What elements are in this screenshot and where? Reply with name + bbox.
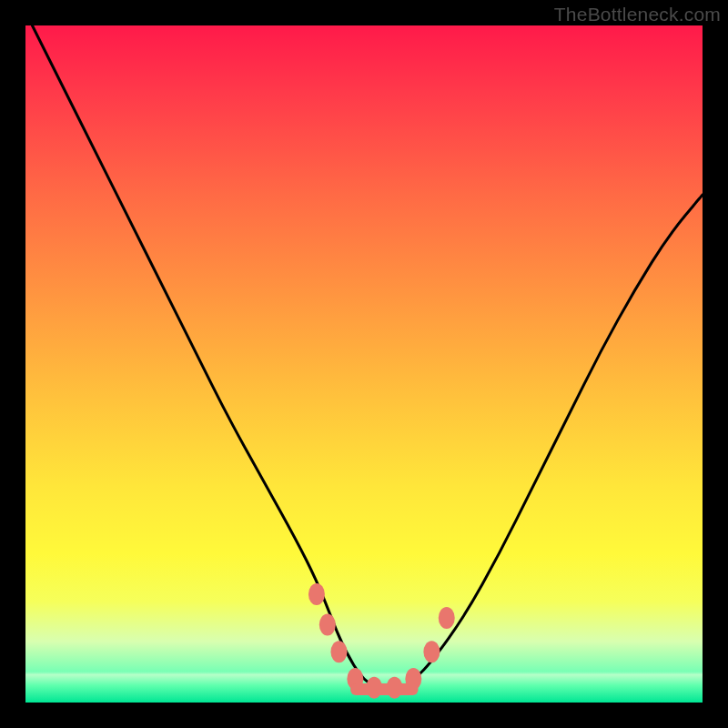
curve-markers: [308, 583, 455, 699]
curve-marker: [330, 641, 347, 662]
chart-frame: TheBottleneck.com: [0, 0, 728, 728]
curve-marker: [439, 607, 455, 629]
plot-area: [25, 25, 703, 703]
watermark-text: TheBottleneck.com: [554, 4, 721, 25]
curve-layer: [25, 25, 703, 703]
valley-bar: [350, 683, 418, 695]
curve-marker: [423, 641, 440, 662]
curve-marker: [319, 613, 336, 635]
curve-marker: [308, 583, 325, 605]
bottleneck-curve: [32, 25, 703, 689]
